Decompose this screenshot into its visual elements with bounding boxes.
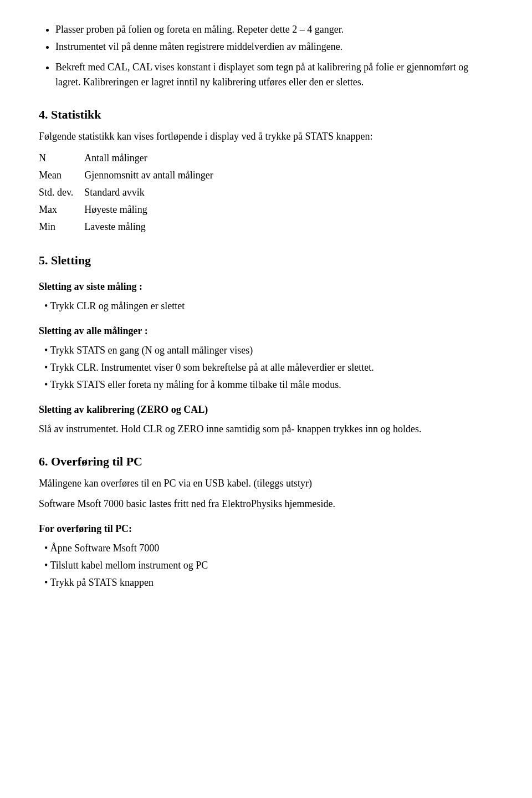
list-item: Åpne Software Msoft 7000 xyxy=(44,541,493,556)
stats-row: MeanGjennomsnitt av antall målinger xyxy=(39,167,224,184)
section6-sub1-list: Åpne Software Msoft 7000Tilslutt kabel m… xyxy=(44,541,493,590)
section5-sub2-list: Trykk STATS en gang (N og antall målinge… xyxy=(44,343,493,392)
stats-label: Mean xyxy=(39,167,84,184)
list-item: Trykk STATS eller foreta ny måling for å… xyxy=(44,377,493,392)
section5-sub3-heading: Sletting av kalibrering (ZERO og CAL) xyxy=(39,402,493,417)
section4-heading: 4. Statistikk xyxy=(39,105,493,124)
section6-text1: Målingene kan overføres til en PC via en… xyxy=(39,476,493,491)
stats-label: Std. dev. xyxy=(39,184,84,201)
section4-intro: Følgende statistikk kan vises fortløpend… xyxy=(39,129,493,144)
list-item: Tilslutt kabel mellom instrument og PC xyxy=(44,558,493,573)
list-item: Trykk STATS en gang (N og antall målinge… xyxy=(44,343,493,358)
stats-value: Antall målinger xyxy=(84,150,224,167)
stats-value: Gjennomsnitt av antall målinger xyxy=(84,167,224,184)
intro-item-1: Plasser proben på folien og foreta en må… xyxy=(55,22,493,37)
section6-heading: 6. Overføring til PC xyxy=(39,452,493,470)
intro-item-2: Instrumentet vil på denne måten registre… xyxy=(55,39,493,54)
section6-sub1-heading: For overføring til PC: xyxy=(39,521,493,536)
list-item: Trykk CLR. Instrumentet viser 0 som bekr… xyxy=(44,360,493,375)
section5-heading: 5. Sletting xyxy=(39,251,493,269)
intro-text-2: Instrumentet vil på denne måten registre… xyxy=(55,41,342,52)
section5-sub1-bullet: Trykk CLR og målingen er slettet xyxy=(44,299,493,314)
stats-row: NAntall målinger xyxy=(39,150,224,167)
section6-text2: Software Msoft 7000 basic lastes fritt n… xyxy=(39,497,493,511)
intro-text-1: Plasser proben på folien og foreta en må… xyxy=(55,24,344,35)
stats-value: Laveste måling xyxy=(84,218,224,236)
stats-value: Høyeste måling xyxy=(84,201,224,218)
stats-label: Max xyxy=(39,201,84,218)
intro-text-3: Bekreft med CAL, CAL vises konstant i di… xyxy=(55,62,468,88)
stats-row: MaxHøyeste måling xyxy=(39,201,224,218)
stats-label: N xyxy=(39,150,84,167)
section5-sub1-list: Trykk CLR og målingen er slettet xyxy=(44,299,493,314)
stats-row: Std. dev.Standard avvik xyxy=(39,184,224,201)
section5-sub3-text: Slå av instrumentet. Hold CLR og ZERO in… xyxy=(39,422,493,437)
intro-item-3: Bekreft med CAL, CAL vises konstant i di… xyxy=(55,60,493,90)
section5-sub1-heading: Sletting av siste måling : xyxy=(39,279,493,294)
intro-list: Plasser proben på folien og foreta en må… xyxy=(55,22,493,54)
list-item: Trykk på STATS knappen xyxy=(44,575,493,590)
stats-row: MinLaveste måling xyxy=(39,218,224,236)
intro-list-2: Bekreft med CAL, CAL vises konstant i di… xyxy=(55,60,493,90)
section5-sub2-heading: Sletting av alle målinger : xyxy=(39,324,493,339)
stats-label: Min xyxy=(39,218,84,236)
stats-value: Standard avvik xyxy=(84,184,224,201)
stats-table: NAntall målingerMeanGjennomsnitt av anta… xyxy=(39,150,224,236)
